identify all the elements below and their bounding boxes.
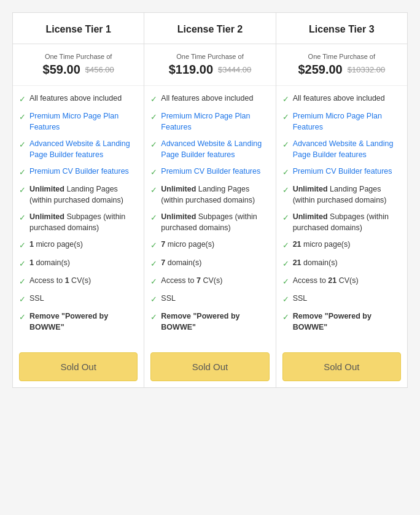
- feature-text: Unlimited Subpages (within purchased dom…: [161, 212, 269, 233]
- list-item: ✓Premium Micro Page Plan Features: [282, 111, 401, 133]
- list-item: ✓1 micro page(s): [19, 239, 138, 251]
- checkmark-icon: ✓: [282, 185, 289, 196]
- tier-card-2: License Tier 2One Time Purchase of$119.0…: [144, 12, 276, 388]
- checkmark-icon: ✓: [150, 167, 157, 178]
- list-item: ✓Unlimited Landing Pages (within purchas…: [150, 184, 269, 206]
- feature-link[interactable]: Advanced Website & Landing Page Builder …: [161, 139, 262, 159]
- list-item: ✓Access to 21 CV(s): [282, 276, 401, 287]
- list-item: ✓Unlimited Subpages (within purchased do…: [150, 212, 269, 233]
- feature-text: Access to 1 CV(s): [29, 276, 91, 287]
- checkmark-icon: ✓: [19, 139, 26, 150]
- tier-header-2: License Tier 2: [144, 13, 275, 44]
- feature-link[interactable]: Premium CV Builder features: [161, 167, 260, 176]
- list-item: ✓21 domain(s): [282, 258, 401, 269]
- list-item: ✓7 domain(s): [150, 258, 269, 269]
- sold-out-button-3[interactable]: Sold Out: [282, 352, 401, 381]
- feature-text: Premium CV Builder features: [293, 166, 392, 177]
- list-item: ✓Unlimited Landing Pages (within purchas…: [282, 184, 401, 206]
- checkmark-icon: ✓: [282, 167, 289, 178]
- feature-bold: 1: [65, 276, 69, 285]
- list-item: ✓7 micro page(s): [150, 239, 269, 251]
- checkmark-icon: ✓: [19, 258, 26, 269]
- feature-text: Remove "Powered by BOWWE": [161, 311, 269, 333]
- feature-bold: Unlimited: [161, 185, 196, 193]
- feature-text: Unlimited Landing Pages (within purchase…: [293, 184, 401, 206]
- feature-link[interactable]: Premium Micro Page Plan Features: [29, 112, 119, 131]
- checkmark-icon: ✓: [282, 94, 289, 105]
- list-item: ✓Remove "Powered by BOWWE": [19, 311, 138, 333]
- checkmark-icon: ✓: [282, 294, 289, 305]
- feature-text: Access to 21 CV(s): [293, 276, 359, 287]
- feature-text: 1 domain(s): [29, 258, 70, 269]
- feature-link[interactable]: Premium Micro Page Plan Features: [293, 112, 382, 131]
- sold-out-button-2[interactable]: Sold Out: [150, 352, 269, 381]
- feature-text: Unlimited Landing Pages (within purchase…: [29, 184, 138, 206]
- features-list-3: ✓All features above included✓Premium Mic…: [276, 86, 407, 346]
- one-time-label-1: One Time Purchase of: [19, 53, 138, 60]
- feature-link[interactable]: Premium CV Builder features: [29, 167, 129, 176]
- list-item: ✓Unlimited Subpages (within purchased do…: [19, 212, 138, 233]
- checkmark-icon: ✓: [150, 276, 157, 287]
- feature-text: SSL: [29, 293, 44, 304]
- list-item: ✓SSL: [282, 293, 401, 305]
- checkmark-icon: ✓: [150, 94, 157, 105]
- feature-text: 7 micro page(s): [161, 239, 214, 250]
- list-item: ✓Premium CV Builder features: [282, 166, 401, 178]
- checkmark-icon: ✓: [19, 167, 26, 178]
- checkmark-icon: ✓: [282, 112, 289, 123]
- list-item: ✓Remove "Powered by BOWWE": [282, 311, 401, 333]
- list-item: ✓All features above included: [19, 93, 138, 105]
- checkmark-icon: ✓: [282, 212, 289, 223]
- checkmark-icon: ✓: [19, 212, 26, 223]
- list-item: ✓Remove "Powered by BOWWE": [150, 311, 269, 333]
- sold-out-button-1[interactable]: Sold Out: [19, 352, 138, 381]
- checkmark-icon: ✓: [282, 276, 289, 287]
- checkmark-icon: ✓: [150, 240, 157, 251]
- feature-text: Advanced Website & Landing Page Builder …: [293, 139, 401, 160]
- list-item: ✓SSL: [19, 293, 138, 305]
- list-item: ✓Advanced Website & Landing Page Builder…: [282, 139, 401, 160]
- feature-bold: Unlimited: [293, 185, 328, 193]
- price-row-2: $119.00$3444.00: [150, 63, 269, 77]
- list-item: ✓SSL: [150, 293, 269, 305]
- list-item: ✓All features above included: [282, 93, 401, 105]
- list-item: ✓Advanced Website & Landing Page Builder…: [19, 139, 138, 160]
- tier-title-1: License Tier 1: [19, 24, 138, 35]
- feature-bold: 21: [293, 240, 301, 249]
- feature-text: Remove "Powered by BOWWE": [293, 311, 401, 333]
- checkmark-icon: ✓: [282, 139, 289, 150]
- feature-text: All features above included: [161, 93, 253, 104]
- feature-bold: 21: [328, 276, 336, 285]
- checkmark-icon: ✓: [150, 312, 157, 323]
- list-item: ✓Access to 7 CV(s): [150, 276, 269, 287]
- feature-link[interactable]: Premium Micro Page Plan Features: [161, 112, 250, 131]
- feature-bold: Remove "Powered by BOWWE": [29, 312, 108, 331]
- checkmark-icon: ✓: [19, 312, 26, 323]
- feature-text: All features above included: [293, 93, 385, 104]
- checkmark-icon: ✓: [150, 212, 157, 223]
- feature-bold: Unlimited: [161, 212, 196, 221]
- features-list-2: ✓All features above included✓Premium Mic…: [144, 86, 275, 346]
- feature-text: Premium CV Builder features: [29, 166, 129, 177]
- checkmark-icon: ✓: [150, 258, 157, 269]
- feature-bold: 21: [293, 258, 301, 267]
- list-item: ✓Access to 1 CV(s): [19, 276, 138, 287]
- feature-text: Unlimited Landing Pages (within purchase…: [161, 184, 269, 206]
- checkmark-icon: ✓: [150, 139, 157, 150]
- tier-header-3: License Tier 3: [276, 13, 407, 44]
- original-price-2: $3444.00: [218, 65, 251, 74]
- feature-text: Premium Micro Page Plan Features: [161, 111, 269, 133]
- feature-link[interactable]: Premium CV Builder features: [293, 167, 392, 176]
- feature-text: Premium CV Builder features: [161, 166, 260, 177]
- feature-text: SSL: [161, 293, 176, 304]
- feature-text: All features above included: [29, 93, 122, 104]
- one-time-label-2: One Time Purchase of: [150, 53, 269, 60]
- feature-link[interactable]: Advanced Website & Landing Page Builder …: [29, 139, 130, 159]
- feature-bold: 1: [29, 240, 34, 249]
- list-item: ✓Unlimited Subpages (within purchased do…: [282, 212, 401, 233]
- tier-title-2: License Tier 2: [150, 24, 269, 35]
- feature-text: 7 domain(s): [161, 258, 201, 269]
- feature-bold: Unlimited: [29, 212, 64, 221]
- feature-link[interactable]: Advanced Website & Landing Page Builder …: [293, 139, 394, 159]
- current-price-2: $119.00: [169, 63, 213, 77]
